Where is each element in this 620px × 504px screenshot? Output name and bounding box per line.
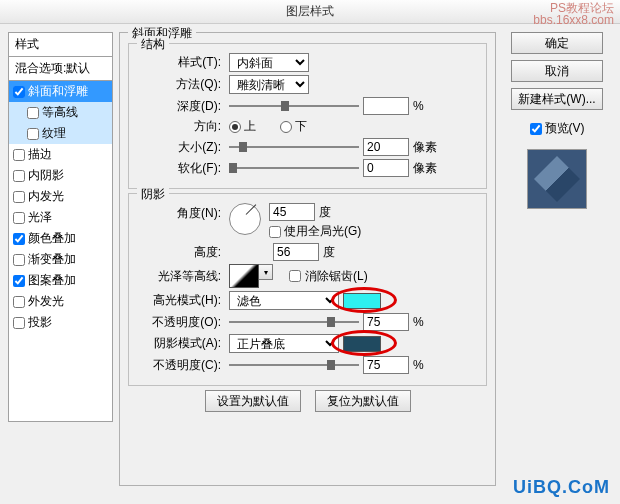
angle-input[interactable]: [269, 203, 315, 221]
preview-label: 预览(V): [545, 120, 585, 137]
soften-label: 软化(F):: [137, 160, 225, 177]
shadow-mode-label: 阴影模式(A):: [137, 335, 225, 352]
highlight-opacity-slider[interactable]: [229, 315, 359, 329]
direction-up-radio[interactable]: 上: [229, 118, 256, 135]
new-style-button[interactable]: 新建样式(W)...: [511, 88, 603, 110]
checkbox-stroke[interactable]: [13, 149, 25, 161]
shadow-opacity-label: 不透明度(C):: [137, 357, 225, 374]
checkbox-bevel-emboss[interactable]: [13, 86, 25, 98]
shadow-opacity-unit: %: [413, 358, 424, 372]
settings-panel: 斜面和浮雕 结构 样式(T): 内斜面 方法(Q): 雕刻清晰 深度(D): %: [119, 32, 496, 486]
style-label: 纹理: [42, 125, 66, 142]
highlight-opacity-label: 不透明度(O):: [137, 314, 225, 331]
style-inner-shadow[interactable]: 内阴影: [9, 165, 112, 186]
style-gradient-overlay[interactable]: 渐变叠加: [9, 249, 112, 270]
soften-unit: 像素: [413, 160, 437, 177]
size-label: 大小(Z):: [137, 139, 225, 156]
style-pattern-overlay[interactable]: 图案叠加: [9, 270, 112, 291]
depth-label: 深度(D):: [137, 98, 225, 115]
shadow-opacity-slider[interactable]: [229, 358, 359, 372]
style-inner-glow[interactable]: 内发光: [9, 186, 112, 207]
style-label: 等高线: [42, 104, 78, 121]
styles-box: 样式 混合选项:默认 斜面和浮雕 等高线 纹理 描边 内阴影: [8, 32, 113, 422]
soften-input[interactable]: [363, 159, 409, 177]
style-contour[interactable]: 等高线: [9, 102, 112, 123]
style-outer-glow[interactable]: 外发光: [9, 291, 112, 312]
radio-icon: [280, 121, 292, 133]
checkbox-color-overlay[interactable]: [13, 233, 25, 245]
watermark-bottom: UiBQ.CoM: [513, 477, 610, 490]
style-satin[interactable]: 光泽: [9, 207, 112, 228]
style-label: 渐变叠加: [28, 251, 76, 268]
altitude-input[interactable]: [273, 243, 319, 261]
depth-unit: %: [413, 99, 424, 113]
shadow-opacity-input[interactable]: [363, 356, 409, 374]
style-label: 颜色叠加: [28, 230, 76, 247]
structure-title: 结构: [137, 36, 169, 53]
size-unit: 像素: [413, 139, 437, 156]
soften-slider[interactable]: [229, 161, 359, 175]
structure-group: 结构 样式(T): 内斜面 方法(Q): 雕刻清晰 深度(D): % 方向:: [128, 43, 487, 189]
checkbox-inner-glow[interactable]: [13, 191, 25, 203]
method-select[interactable]: 雕刻清晰: [229, 75, 309, 94]
style-label: 样式(T):: [137, 54, 225, 71]
blending-options-default[interactable]: 混合选项:默认: [9, 57, 112, 81]
checkbox-inner-shadow[interactable]: [13, 170, 25, 182]
checkbox-satin[interactable]: [13, 212, 25, 224]
depth-slider[interactable]: [229, 99, 359, 113]
chevron-down-icon[interactable]: ▾: [259, 264, 273, 280]
window-title: 图层样式: [286, 3, 334, 20]
shadow-color-swatch[interactable]: [343, 336, 381, 352]
titlebar: 图层样式 PS教程论坛 bbs.16xx8.com: [0, 0, 620, 24]
highlight-color-swatch[interactable]: [343, 293, 381, 309]
depth-input[interactable]: [363, 97, 409, 115]
shadow-mode-select[interactable]: 正片叠底: [229, 334, 339, 353]
watermark-top: PS教程论坛 bbs.16xx8.com: [533, 2, 614, 26]
style-bevel-emboss[interactable]: 斜面和浮雕: [9, 81, 112, 102]
highlight-mode-label: 高光模式(H):: [137, 292, 225, 309]
preview-row: 预览(V): [530, 120, 585, 137]
direction-label: 方向:: [137, 118, 225, 135]
preview-checkbox[interactable]: [530, 123, 542, 135]
angle-label: 角度(N):: [137, 203, 225, 222]
use-global-light-checkbox[interactable]: [269, 226, 281, 238]
antialias-checkbox[interactable]: [289, 270, 301, 282]
checkbox-contour[interactable]: [27, 107, 39, 119]
style-texture[interactable]: 纹理: [9, 123, 112, 144]
styles-list-panel: 样式 混合选项:默认 斜面和浮雕 等高线 纹理 描边 内阴影: [8, 32, 113, 486]
style-label: 描边: [28, 146, 52, 163]
style-color-overlay[interactable]: 颜色叠加: [9, 228, 112, 249]
size-slider[interactable]: [229, 140, 359, 154]
checkbox-pattern-overlay[interactable]: [13, 275, 25, 287]
preview-thumbnail: [527, 149, 587, 209]
style-label: 投影: [28, 314, 52, 331]
highlight-mode-select[interactable]: 滤色: [229, 291, 339, 310]
highlight-opacity-unit: %: [413, 315, 424, 329]
checkbox-gradient-overlay[interactable]: [13, 254, 25, 266]
style-select[interactable]: 内斜面: [229, 53, 309, 72]
style-drop-shadow[interactable]: 投影: [9, 312, 112, 333]
angle-dial[interactable]: [229, 203, 261, 235]
checkbox-drop-shadow[interactable]: [13, 317, 25, 329]
style-label: 外发光: [28, 293, 64, 310]
checkbox-texture[interactable]: [27, 128, 39, 140]
checkbox-outer-glow[interactable]: [13, 296, 25, 308]
style-label: 光泽: [28, 209, 52, 226]
gloss-contour-picker[interactable]: [229, 264, 259, 288]
shading-group: 阴影 角度(N): 度 使用全局光(G): [128, 193, 487, 386]
shading-title: 阴影: [137, 186, 169, 203]
highlight-opacity-input[interactable]: [363, 313, 409, 331]
set-default-button[interactable]: 设置为默认值: [205, 390, 301, 412]
angle-unit: 度: [319, 204, 331, 221]
cancel-button[interactable]: 取消: [511, 60, 603, 82]
styles-header[interactable]: 样式: [9, 33, 112, 57]
altitude-unit: 度: [323, 244, 335, 261]
method-label: 方法(Q):: [137, 76, 225, 93]
antialias-label: 消除锯齿(L): [305, 268, 368, 285]
reset-default-button[interactable]: 复位为默认值: [315, 390, 411, 412]
style-stroke[interactable]: 描边: [9, 144, 112, 165]
direction-down-radio[interactable]: 下: [280, 118, 307, 135]
use-global-light-label: 使用全局光(G): [284, 223, 361, 240]
ok-button[interactable]: 确定: [511, 32, 603, 54]
size-input[interactable]: [363, 138, 409, 156]
